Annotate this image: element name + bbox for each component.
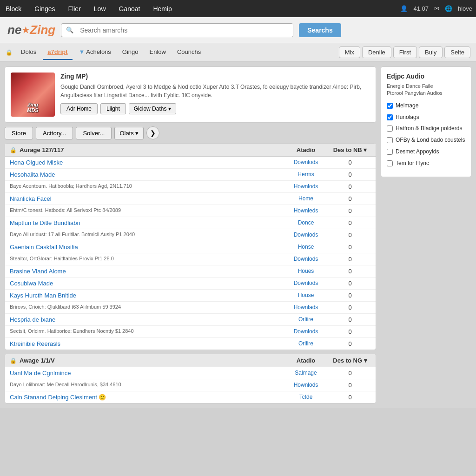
sidebar-checkbox-item: Desmet Appoyids [387, 148, 465, 156]
table1-header-title: Aurage 127/117 [20, 146, 64, 153]
table1-row: Dayo All uridust: 17 all Furltllar. Botm… [5, 229, 376, 241]
sidebar-checkbox[interactable] [387, 114, 393, 120]
nav-low[interactable]: Low [92, 1, 108, 16]
top-nav: Block Ginges Flier Low Ganoat Hemip 👤 41… [0, 0, 476, 17]
sidebar-checkbox-item: Tem for Flync [387, 159, 465, 167]
tab-action-first[interactable]: First [393, 46, 417, 58]
sidebar-checkbox[interactable] [387, 149, 393, 155]
sidebar-checkbox-label: Hatfron & Bladige polderds [396, 125, 462, 132]
row-title[interactable]: Hosohailta Made [10, 171, 55, 178]
row-audio[interactable]: Orliire [283, 340, 329, 347]
nav-items: Block Ginges Flier Low Ganoat Hemip [4, 1, 400, 16]
table2-header-title: Awage 1/1/V [20, 357, 55, 364]
row-des: 0 [329, 268, 371, 275]
tab-counchs[interactable]: Counchs [172, 45, 205, 60]
acttory-button[interactable]: Acttory... [36, 127, 73, 139]
row-des: 0 [329, 207, 371, 214]
featured-btn-liight[interactable]: Liight [100, 103, 126, 114]
row-title[interactable]: Hona Oigued Miske [10, 159, 63, 166]
row-title[interactable]: Kays Hurcth Man Bnitide [10, 292, 76, 299]
row-audio[interactable]: Herms [283, 171, 329, 178]
nav-flier[interactable]: Flier [66, 1, 83, 16]
sidebar-checkbox[interactable] [387, 137, 393, 143]
row-des: 0 [329, 159, 371, 166]
sidebar-checkbox[interactable] [387, 126, 393, 132]
nav-ganoat[interactable]: Ganoat [117, 1, 142, 16]
table1-header: 🔒 Aurage 127/117 Atadio Des to NB ▾ [5, 144, 376, 157]
row-des: 0 [329, 328, 371, 335]
table1-row: Brirovs, Crioich: Qluklibard t63 Alilmbu… [5, 302, 376, 314]
nav-hemip[interactable]: Hemip [151, 1, 173, 16]
search-button[interactable]: Searchs [299, 23, 341, 37]
logo-star: ★ [22, 25, 29, 35]
row-title[interactable]: Cosubiwa Made [10, 280, 53, 287]
row-audio[interactable]: House [283, 292, 329, 298]
next-arrow-button[interactable]: ❯ [146, 126, 159, 139]
row-audio[interactable]: Houes [283, 268, 329, 274]
sidebar-checkbox-item: Hatfron & Bladige polderds [387, 125, 465, 132]
search-input[interactable] [78, 24, 293, 37]
row-title[interactable]: Brasine Vland Alome [10, 268, 66, 275]
olats-button[interactable]: Olats ▾ [114, 127, 144, 139]
row-title[interactable]: Gaeniain Caskfall Musifia [10, 244, 78, 251]
solver-button[interactable]: Solver... [76, 127, 112, 139]
row-audio[interactable]: Orliire [283, 316, 329, 323]
action-bar: Store Acttory... Solver... Olats ▾ ❯ [5, 126, 376, 139]
row-audio[interactable]: Downlods [283, 256, 329, 262]
row-title[interactable]: Maptlun te Ditle Bundliabn [10, 219, 80, 226]
sidebar-checkbox[interactable] [387, 160, 393, 166]
table1-row: Ehtm/C tonest. Hatbods: All SerivoxI Ptc… [5, 205, 376, 217]
row-audio[interactable]: Home [283, 195, 329, 202]
row-audio[interactable]: Hownlods [283, 183, 329, 190]
username: hlove [458, 5, 472, 12]
table2-row: Dayo Lolilbmar: Me Decall Harodlrunis, $… [5, 379, 376, 391]
nav-block[interactable]: Block [4, 1, 23, 16]
row-audio[interactable]: Tctde [283, 394, 329, 400]
row-des: 0 [329, 256, 371, 263]
tab-action-mix[interactable]: Mix [339, 46, 360, 58]
sidebar-checkbox-item: Hunolags [387, 113, 465, 121]
row-audio[interactable]: Salmage [283, 370, 329, 376]
row-audio[interactable]: Honse [283, 244, 329, 250]
featured-btn-giclow[interactable]: Giclow Daths ▾ [129, 103, 176, 114]
nav-ginges[interactable]: Ginges [33, 1, 57, 16]
tab-dolos[interactable]: Dolos [16, 45, 41, 60]
row-title[interactable]: Hespria de Ixane [10, 316, 55, 323]
table2-lock-icon: 🔒 [10, 357, 17, 364]
featured-btn-adrhome[interactable]: Adr Home [60, 103, 98, 114]
featured-buttons: Adr Home Liight Giclow Daths ▾ [60, 103, 370, 114]
row-audio[interactable]: Hownlods [283, 382, 329, 388]
tab-action-denile[interactable]: Denile [362, 46, 391, 58]
row-title[interactable]: Nranlicka Facel [10, 195, 52, 202]
row-audio[interactable]: Hownleds [283, 207, 329, 214]
row-audio[interactable]: Downlods [283, 231, 329, 238]
store-button[interactable]: Store [5, 127, 33, 139]
table1-col-des[interactable]: Des to NB ▾ [329, 146, 371, 153]
tab-action-selte[interactable]: Selte [444, 46, 470, 58]
sidebar-checkbox-item: Meimage [387, 102, 465, 110]
tab-achelons[interactable]: ▼ Achelons [74, 45, 116, 60]
row-title[interactable]: Cain Stanand Deiping Clesiment 🙂 [10, 394, 106, 401]
sidebar-title: Edjpc Audio [387, 73, 465, 80]
tab-a7dript[interactable]: a7dript [43, 45, 72, 60]
row-audio[interactable]: Downlods [283, 159, 329, 165]
table2-body: Uanl Ma de CgnlminceSalmage0Dayo Lolilbm… [5, 367, 376, 403]
row-title[interactable]: Ktreinibie Reerasls [10, 340, 60, 347]
table2-col-des[interactable]: Des to NG ▾ [329, 357, 371, 364]
tab-action-buly[interactable]: Buly [419, 46, 443, 58]
row-subtitle: Ehtm/C tonest. Hatbods: All SerivoxI Ptc… [10, 207, 283, 213]
sidebar-checkbox[interactable] [387, 103, 393, 109]
row-audio[interactable]: Donce [283, 219, 329, 226]
table1: 🔒 Aurage 127/117 Atadio Des to NB ▾ Hona… [5, 143, 376, 350]
row-audio[interactable]: Downlods [283, 328, 329, 335]
row-title[interactable]: Uanl Ma de Cgnlmince [10, 370, 71, 377]
row-audio[interactable]: Hownlads [283, 304, 329, 311]
table2-row: Uanl Ma de CgnlminceSalmage0 [5, 367, 376, 379]
search-bar: 🔍 [61, 23, 293, 37]
tab-gingo[interactable]: Gingo [118, 45, 143, 60]
sidebar-checkbox-item: OFBy & Lond bado coustels [387, 136, 465, 144]
row-audio[interactable]: Downlods [283, 280, 329, 286]
table1-row: Kays Hurcth Man BnitideHouse0 [5, 290, 376, 302]
featured-description: Gougle Dancll Osmbroed, Ayerol 3 to Medg… [60, 83, 370, 99]
tab-enlow[interactable]: Enlow [145, 45, 171, 60]
